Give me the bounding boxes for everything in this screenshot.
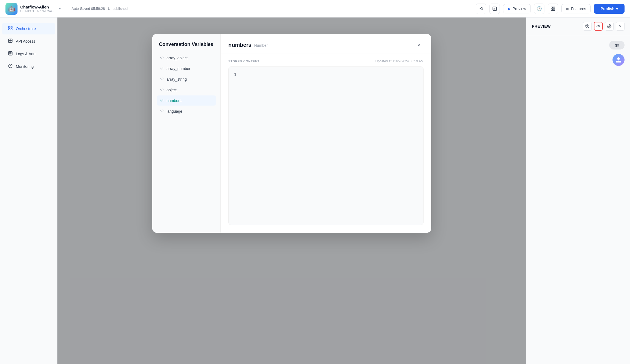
modal-body: STORED CONTENT Updated at 11/29/2024 05:… [221,54,431,233]
chevron-down-icon: ▾ [59,7,61,11]
sidebar-item-monitoring[interactable]: Monitoring [2,61,55,72]
preview-panel: PREVIEW [526,18,630,364]
modal-header: numbers Number × [221,34,431,54]
features-button[interactable]: ⊞ Features [561,4,591,13]
modal-title-group: numbers Number [228,42,268,48]
modal-sidebar: Conversation Variables array_object [152,34,221,233]
modal-var-name: numbers [228,42,251,48]
stored-content-header: STORED CONTENT Updated at 11/29/2024 05:… [228,59,424,63]
sidebar-item-orchestrate[interactable]: Orchestrate [2,23,55,34]
modal-content: numbers Number × STORED CONTENT Updated … [221,34,431,233]
variable-icon [160,109,164,113]
variable-icon [160,66,164,71]
modal-overlay[interactable]: Conversation Variables array_object [57,18,526,364]
svg-rect-3 [551,9,552,10]
sidebar-item-api-access[interactable]: API Access [2,36,55,47]
modal-var-type: Number [254,43,268,48]
sidebar-item-label: Orchestrate [16,27,36,31]
svg-rect-6 [11,26,12,28]
app-title-group: Chatflow-Allen CHATBOT APP.NEWA... [20,5,55,13]
svg-rect-2 [553,7,555,8]
sidebar-item-label: API Access [16,39,35,43]
preview-variable-button[interactable] [594,22,603,31]
modal-close-button[interactable]: × [415,40,424,49]
svg-rect-8 [11,29,12,30]
layout-icon-button[interactable] [548,4,558,14]
sidebar-item-label: Monitoring [16,64,34,69]
preview-header: PREVIEW [526,18,630,35]
stored-value: 1 [234,72,237,77]
sidebar-item-logs[interactable]: Logs & Ann. [2,48,55,60]
svg-rect-7 [8,29,10,30]
play-icon: ▶ [508,7,511,11]
topbar: 🤖 Chatflow-Allen CHATBOT APP.NEWA... ▾ A… [0,0,630,18]
preview-close-button[interactable]: × [616,22,625,31]
env-icon-button[interactable] [489,4,500,14]
app-subtitle: CHATBOT APP.NEWA... [20,9,55,13]
modal-nav-language[interactable]: language [157,106,216,116]
features-icon: ⊞ [566,7,569,11]
modal-sidebar-title: Conversation Variables [157,42,216,47]
content-area: Conversation Variables array_object [57,18,526,364]
variable-icon [160,98,164,103]
logs-icon [8,51,13,57]
publish-button[interactable]: Publish ▾ [594,4,625,14]
variable-icon [160,77,164,81]
orchestrate-icon [8,26,13,32]
preview-body: go [526,35,630,364]
history-icon-button[interactable]: 🕐 [534,4,544,14]
chevron-down-icon: ▾ [616,7,618,11]
modal-nav-array-object[interactable]: array_object [157,53,216,63]
app-name: Chatflow-Allen [20,5,55,9]
modal-nav-object[interactable]: object [157,85,216,95]
preview-title: PREVIEW [532,24,551,28]
preview-settings-button[interactable] [605,22,614,31]
monitoring-icon [8,63,13,69]
avatar [612,54,625,66]
variable-icon [160,56,164,60]
stored-content-timestamp: Updated at 11/29/2024 05:59 AM [375,59,424,63]
svg-rect-1 [551,7,552,8]
modal-nav-numbers[interactable]: numbers [157,95,216,106]
preview-history-button[interactable] [583,22,592,31]
stored-content-area: 1 [228,66,424,225]
stored-content-label: STORED CONTENT [228,60,259,63]
sidebar-item-label: Logs & Ann. [16,52,37,56]
topbar-actions: ⟲ ▶ Preview 🕐 ⊞ Features Publish ▾ [476,4,625,14]
svg-point-12 [609,26,610,27]
modal-nav-array-string[interactable]: array_string [157,74,216,84]
autosave-status: Auto-Saved 05:59:28 · Unpublished [72,7,476,11]
variable-icon [160,88,164,92]
modal-nav-array-number[interactable]: array_number [157,63,216,74]
conversation-variables-modal: Conversation Variables array_object [152,34,431,233]
preview-button[interactable]: ▶ Preview [503,4,531,13]
main-layout: Orchestrate API Access Logs & Ann. [0,18,630,364]
svg-rect-4 [553,9,555,10]
api-icon [8,38,13,44]
sidebar: Orchestrate API Access Logs & Ann. [0,18,57,364]
app-logo[interactable]: 🤖 Chatflow-Allen CHATBOT APP.NEWA... ▾ [5,3,61,15]
preview-header-actions: × [583,22,625,31]
undo-icon-button[interactable]: ⟲ [476,4,486,14]
app-icon: 🤖 [5,3,18,15]
go-button[interactable]: go [609,41,625,49]
svg-rect-5 [8,26,10,28]
